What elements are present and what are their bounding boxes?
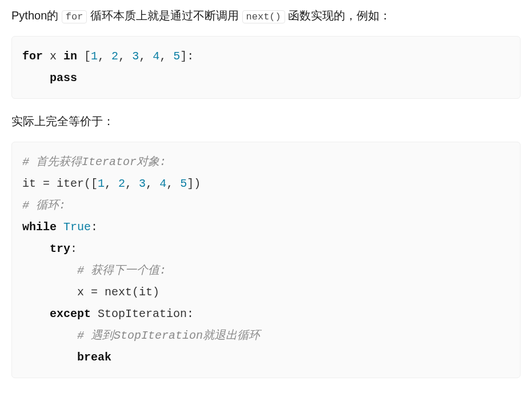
number-literal: 4 bbox=[159, 177, 166, 190]
paragraph-equivalent: 实际上完全等价于： bbox=[11, 111, 521, 131]
code-text: : bbox=[91, 220, 98, 234]
code-text: , bbox=[146, 177, 159, 190]
comment: # 循环: bbox=[22, 199, 66, 212]
code-text: , bbox=[159, 50, 173, 63]
code-text: x bbox=[43, 50, 63, 63]
keyword-except: except bbox=[50, 307, 91, 320]
code-pre: for x in [1, 2, 3, 4, 5]: pass bbox=[22, 46, 510, 89]
comment: # 首先获得Iterator对象: bbox=[22, 155, 166, 169]
inline-code-for: for bbox=[62, 10, 87, 23]
keyword-for: for bbox=[22, 50, 43, 63]
number-literal: 2 bbox=[118, 177, 125, 190]
code-text: , bbox=[139, 50, 153, 63]
text: Python的 bbox=[11, 9, 62, 22]
number-literal: 5 bbox=[173, 50, 180, 63]
keyword-in: in bbox=[63, 50, 77, 63]
number-literal: 4 bbox=[153, 50, 159, 63]
code-text: ]: bbox=[180, 50, 194, 63]
document-page: Python的 for 循环本质上就是通过不断调用 next() 函数实现的，例… bbox=[0, 0, 532, 401]
code-text: StopIteration: bbox=[91, 307, 194, 320]
number-literal: 1 bbox=[91, 50, 98, 63]
code-text: , bbox=[118, 50, 132, 63]
keyword-while: while bbox=[22, 220, 57, 234]
code-block-while-loop: # 首先获得Iterator对象: it = iter([1, 2, 3, 4,… bbox=[11, 142, 521, 378]
comment: # 遇到StopIteration就退出循环 bbox=[77, 329, 260, 342]
code-text: , bbox=[125, 177, 139, 190]
number-literal: 3 bbox=[139, 177, 146, 190]
text: 循环本质上就是通过不断调用 bbox=[87, 9, 242, 22]
number-literal: 2 bbox=[111, 50, 118, 63]
code-text: x = next(it) bbox=[77, 286, 159, 299]
comment: # 获得下一个值: bbox=[77, 264, 166, 277]
text: 函数实现的，例如： bbox=[285, 9, 391, 22]
code-text: , bbox=[166, 177, 180, 190]
code-text: it = iter([ bbox=[22, 177, 98, 190]
keyword-pass: pass bbox=[50, 71, 77, 85]
paragraph-intro: Python的 for 循环本质上就是通过不断调用 next() 函数实现的，例… bbox=[11, 6, 521, 26]
code-text: , bbox=[105, 177, 118, 190]
keyword-break: break bbox=[77, 351, 111, 364]
code-pre: # 首先获得Iterator对象: it = iter([1, 2, 3, 4,… bbox=[22, 151, 510, 368]
number-literal: 5 bbox=[180, 177, 187, 190]
number-literal: 3 bbox=[132, 50, 139, 63]
code-text: , bbox=[98, 50, 111, 63]
boolean-literal: True bbox=[63, 220, 91, 234]
code-text bbox=[57, 220, 63, 234]
inline-code-next: next() bbox=[242, 10, 285, 23]
keyword-try: try bbox=[50, 242, 70, 255]
code-text: : bbox=[70, 242, 77, 255]
code-text: [ bbox=[77, 50, 91, 63]
number-literal: 1 bbox=[98, 177, 105, 190]
code-block-for-loop: for x in [1, 2, 3, 4, 5]: pass bbox=[11, 36, 521, 99]
code-text: ]) bbox=[187, 177, 201, 190]
